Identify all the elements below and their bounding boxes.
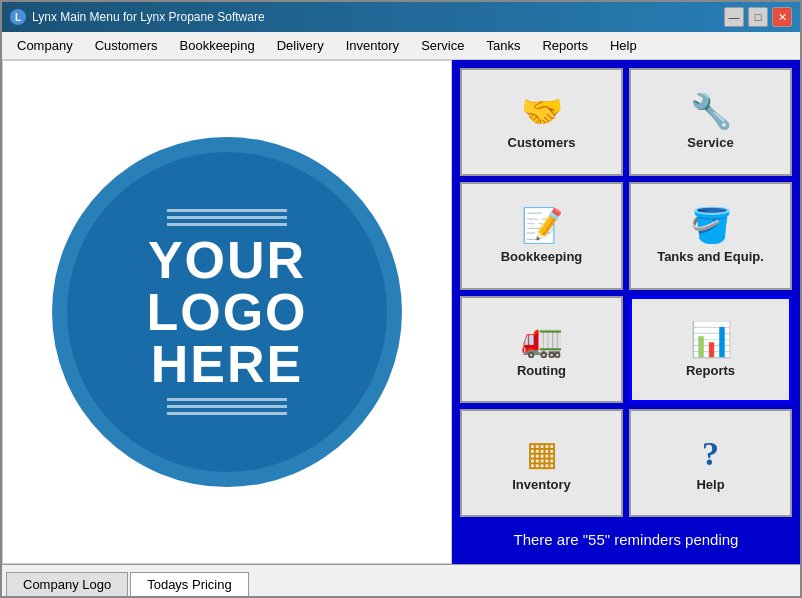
main-content: YOUR LOGO HERE CustomersServiceBookkeepi… (2, 60, 800, 564)
right-panel: CustomersServiceBookkeepingTanks and Equ… (452, 60, 800, 564)
reports-label: Reports (686, 363, 735, 378)
help-icon (702, 435, 719, 471)
grid-btn-help[interactable]: Help (629, 409, 792, 517)
bookkeeping-icon (521, 207, 563, 243)
window-title: Lynx Main Menu for Lynx Propane Software (32, 10, 265, 24)
bookkeeping-label: Bookkeeping (501, 249, 583, 264)
logo-line-1 (167, 209, 287, 212)
minimize-button[interactable]: — (724, 7, 744, 27)
maximize-button[interactable]: □ (748, 7, 768, 27)
grid-btn-routing[interactable]: Routing (460, 296, 623, 404)
routing-label: Routing (517, 363, 566, 378)
logo-text-line3: HERE (151, 338, 303, 390)
logo-text-line2: LOGO (146, 286, 307, 338)
logo-circle-outer: YOUR LOGO HERE (52, 137, 402, 487)
bottom-tab-todays-pricing[interactable]: Todays Pricing (130, 572, 249, 596)
inventory-icon (526, 435, 558, 471)
menubar-item-company[interactable]: Company (6, 33, 84, 58)
logo-text-line1: YOUR (148, 234, 306, 286)
reports-icon (690, 321, 732, 357)
tanks-icon (690, 207, 732, 243)
titlebar: L Lynx Main Menu for Lynx Propane Softwa… (2, 2, 800, 32)
reminders-text: There are "55" reminders pending (460, 523, 792, 556)
logo-circle-inner: YOUR LOGO HERE (67, 152, 387, 472)
tanks-label: Tanks and Equip. (657, 249, 764, 264)
customers-label: Customers (508, 135, 576, 150)
inventory-label: Inventory (512, 477, 571, 492)
bottom-bar: Company LogoTodays Pricing (2, 564, 800, 596)
grid-btn-bookkeeping[interactable]: Bookkeeping (460, 182, 623, 290)
logo-line-6 (167, 412, 287, 415)
menubar-item-inventory[interactable]: Inventory (335, 33, 410, 58)
grid-btn-tanks[interactable]: Tanks and Equip. (629, 182, 792, 290)
bottom-tab-company-logo[interactable]: Company Logo (6, 572, 128, 596)
logo-line-2 (167, 216, 287, 219)
logo-panel: YOUR LOGO HERE (2, 60, 452, 564)
menubar-item-help[interactable]: Help (599, 33, 648, 58)
logo-lines-bottom (167, 398, 287, 415)
logo-line-3 (167, 223, 287, 226)
menubar-item-reports[interactable]: Reports (531, 33, 599, 58)
routing-icon (521, 321, 563, 357)
service-label: Service (687, 135, 733, 150)
service-icon (690, 93, 732, 129)
grid-btn-reports[interactable]: Reports (629, 296, 792, 404)
titlebar-controls: — □ ✕ (724, 7, 792, 27)
main-window: L Lynx Main Menu for Lynx Propane Softwa… (0, 0, 802, 598)
grid-btn-service[interactable]: Service (629, 68, 792, 176)
logo-lines-top (167, 209, 287, 226)
help-label: Help (696, 477, 724, 492)
menubar-item-tanks[interactable]: Tanks (475, 33, 531, 58)
close-button[interactable]: ✕ (772, 7, 792, 27)
menubar-item-bookkeeping[interactable]: Bookkeeping (169, 33, 266, 58)
menubar: CompanyCustomersBookkeepingDeliveryInven… (2, 32, 800, 60)
menubar-item-delivery[interactable]: Delivery (266, 33, 335, 58)
titlebar-left: L Lynx Main Menu for Lynx Propane Softwa… (10, 9, 265, 25)
menubar-item-service[interactable]: Service (410, 33, 475, 58)
logo-line-5 (167, 405, 287, 408)
customers-icon (521, 93, 563, 129)
app-icon: L (10, 9, 26, 25)
grid-buttons: CustomersServiceBookkeepingTanks and Equ… (460, 68, 792, 517)
grid-btn-inventory[interactable]: Inventory (460, 409, 623, 517)
menubar-item-customers[interactable]: Customers (84, 33, 169, 58)
grid-btn-customers[interactable]: Customers (460, 68, 623, 176)
logo-line-4 (167, 398, 287, 401)
